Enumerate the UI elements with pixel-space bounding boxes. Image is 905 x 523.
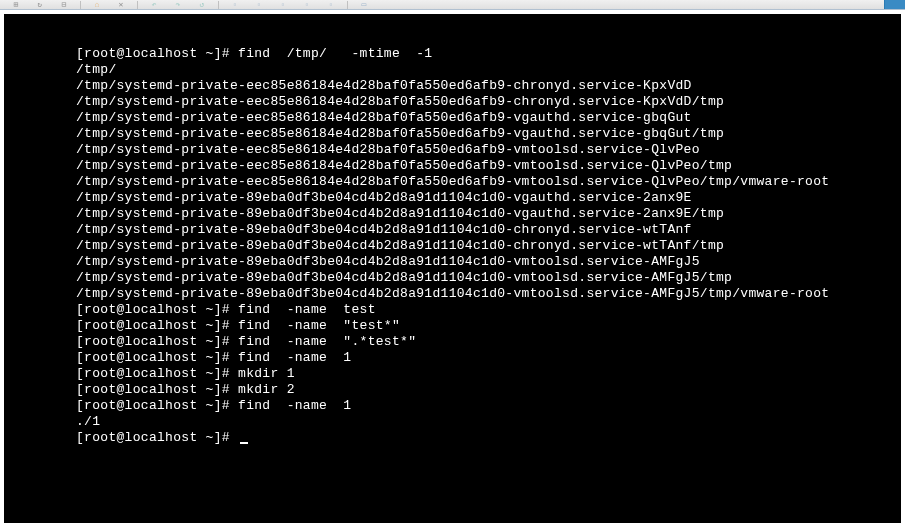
docs-icon[interactable]: ▫ [321, 1, 341, 9]
terminal[interactable]: [root@localhost ~]# find /tmp/ -mtime -1… [4, 14, 901, 523]
terminal-output-line: ./1 [76, 414, 901, 430]
toolbar: ⊞ ↻ ⊟ ⌂ ✕ ↶ ↷ ↺ ▫ ▫ ▫ ▫ ▫ ▭ [0, 0, 905, 10]
terminal-command-line: [root@localhost ~]# find -name "test*" [76, 318, 901, 334]
refresh-icon[interactable]: ↻ [30, 1, 50, 9]
grid-icon[interactable]: ⊞ [6, 1, 26, 9]
arrow-curve-icon[interactable]: ↺ [192, 1, 212, 9]
terminal-output-line: /tmp/systemd-private-eec85e86184e4d28baf… [76, 174, 901, 190]
terminal-command-line: [root@localhost ~]# find -name 1 [76, 350, 901, 366]
cursor [240, 442, 248, 444]
terminal-output-line: /tmp/systemd-private-89eba0df3be04cd4b2d… [76, 238, 901, 254]
terminal-output-line: /tmp/systemd-private-eec85e86184e4d28baf… [76, 142, 901, 158]
terminal-command-line: [root@localhost ~]# mkdir 2 [76, 382, 901, 398]
terminal-output-line: /tmp/systemd-private-eec85e86184e4d28baf… [76, 94, 901, 110]
arrow-right-icon[interactable]: ↷ [168, 1, 188, 9]
arrow-left-icon[interactable]: ↶ [144, 1, 164, 9]
terminal-output-line: /tmp/systemd-private-89eba0df3be04cd4b2d… [76, 254, 901, 270]
terminal-output-line: /tmp/systemd-private-eec85e86184e4d28baf… [76, 126, 901, 142]
x-icon[interactable]: ✕ [111, 1, 131, 9]
separator [137, 1, 138, 9]
terminal-output-line: /tmp/systemd-private-eec85e86184e4d28baf… [76, 78, 901, 94]
terminal-wrapper: [root@localhost ~]# find /tmp/ -mtime -1… [0, 10, 905, 523]
terminal-output-line: /tmp/systemd-private-eec85e86184e4d28baf… [76, 158, 901, 174]
terminal-output-line: /tmp/systemd-private-89eba0df3be04cd4b2d… [76, 206, 901, 222]
home-icon[interactable]: ⌂ [87, 1, 107, 9]
doc3-icon[interactable]: ▫ [273, 1, 293, 9]
separator [80, 1, 81, 9]
terminal-command-line: [root@localhost ~]# mkdir 1 [76, 366, 901, 382]
separator [218, 1, 219, 9]
terminal-output-line: /tmp/systemd-private-89eba0df3be04cd4b2d… [76, 190, 901, 206]
terminal-command-line: [root@localhost ~]# find -name ".*test*" [76, 334, 901, 350]
separator [347, 1, 348, 9]
window-icon[interactable]: ▭ [354, 1, 374, 9]
terminal-output-line: /tmp/systemd-private-eec85e86184e4d28baf… [76, 110, 901, 126]
doc4-icon[interactable]: ▫ [297, 1, 317, 9]
terminal-command-line: [root@localhost ~]# find /tmp/ -mtime -1 [76, 46, 901, 62]
terminal-command-line: [root@localhost ~]# find -name test [76, 302, 901, 318]
doc2-icon[interactable]: ▫ [249, 1, 269, 9]
terminal-output-line: /tmp/systemd-private-89eba0df3be04cd4b2d… [76, 270, 901, 286]
terminal-output-line: /tmp/ [76, 62, 901, 78]
terminal-command-line: [root@localhost ~]# find -name 1 [76, 398, 901, 414]
doc1-icon[interactable]: ▫ [225, 1, 245, 9]
terminal-output-line: /tmp/systemd-private-89eba0df3be04cd4b2d… [76, 222, 901, 238]
terminal-command-line: [root@localhost ~]# [76, 430, 901, 446]
terminal-output-line: /tmp/systemd-private-89eba0df3be04cd4b2d… [76, 286, 901, 302]
grid2-icon[interactable]: ⊟ [54, 1, 74, 9]
